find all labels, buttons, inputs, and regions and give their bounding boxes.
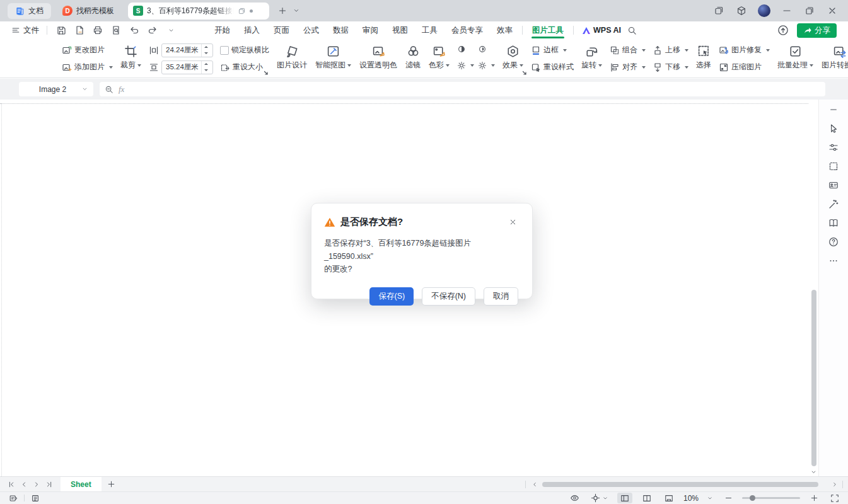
smart-cutout-button[interactable]: 智能抠图 bbox=[313, 43, 353, 71]
minimize-button[interactable] bbox=[777, 3, 796, 19]
group-button[interactable]: 组合 bbox=[608, 43, 647, 57]
tab-list-dropdown[interactable] bbox=[289, 4, 303, 18]
cancel-button[interactable]: 取消 bbox=[484, 287, 518, 306]
normal-view-button[interactable] bbox=[617, 493, 632, 503]
fullscreen-button[interactable] bbox=[828, 493, 842, 503]
tab-overview-button[interactable] bbox=[709, 3, 728, 19]
reading-layout-icon[interactable] bbox=[6, 493, 20, 503]
send-backward-button[interactable]: 下移 bbox=[651, 60, 690, 74]
color-button[interactable]: 色彩 bbox=[427, 43, 451, 71]
export-pdf-button[interactable] bbox=[73, 24, 86, 37]
zoom-in-button[interactable] bbox=[807, 493, 821, 503]
more-options-icon[interactable] bbox=[826, 256, 841, 266]
height-spinner[interactable] bbox=[201, 44, 210, 57]
dont-save-button[interactable]: 不保存(N) bbox=[422, 287, 475, 306]
collapse-sidebar-button[interactable] bbox=[826, 105, 841, 115]
add-picture-button[interactable]: 添加图片 bbox=[61, 60, 114, 74]
search-button[interactable] bbox=[626, 24, 639, 37]
tab-efficiency[interactable]: 效率 bbox=[490, 21, 520, 39]
pointer-tool-icon[interactable] bbox=[826, 123, 841, 134]
last-sheet-button[interactable] bbox=[43, 478, 55, 491]
user-avatar[interactable] bbox=[755, 3, 774, 19]
zoom-out-button[interactable] bbox=[721, 493, 735, 503]
zoom-slider-knob[interactable] bbox=[750, 495, 755, 501]
change-picture-button[interactable]: 更改图片 bbox=[61, 43, 114, 57]
tab-window-icon[interactable] bbox=[238, 7, 246, 15]
horizontal-scrollbar-thumb[interactable] bbox=[542, 482, 818, 487]
vertical-scrollbar-thumb[interactable] bbox=[811, 290, 816, 466]
rotate-button[interactable]: 旋转 bbox=[579, 43, 604, 71]
group-expand-icon[interactable] bbox=[264, 71, 269, 76]
page-break-view-button[interactable] bbox=[661, 493, 677, 503]
tab-data[interactable]: 数据 bbox=[326, 21, 356, 39]
share-button[interactable]: 分享 bbox=[797, 23, 837, 38]
wps-ai-button[interactable]: WPS AI bbox=[576, 26, 626, 35]
zoom-dropdown[interactable] bbox=[706, 493, 714, 503]
scroll-down-arrow[interactable] bbox=[810, 469, 817, 476]
picture-convert-button[interactable]: 图片转换 bbox=[820, 43, 848, 71]
tab-view[interactable]: 视图 bbox=[385, 21, 415, 39]
batch-process-button[interactable]: 批量处理 bbox=[775, 43, 815, 71]
eye-protection-icon[interactable] bbox=[568, 493, 582, 503]
new-tab-button[interactable] bbox=[276, 4, 289, 18]
restore-button[interactable] bbox=[800, 3, 819, 19]
file-menu-button[interactable]: 文件 bbox=[6, 25, 44, 36]
first-sheet-button[interactable] bbox=[5, 478, 18, 491]
width-input[interactable] bbox=[162, 64, 201, 71]
lock-aspect-ratio-checkbox[interactable]: 锁定纵横比 bbox=[219, 43, 270, 57]
zoom-slider[interactable] bbox=[742, 497, 800, 499]
close-window-button[interactable] bbox=[823, 3, 842, 19]
sheet-tab-active[interactable]: Sheet bbox=[61, 477, 102, 491]
group-expand-icon[interactable] bbox=[522, 71, 527, 76]
previous-sheet-button[interactable] bbox=[18, 478, 30, 491]
horizontal-scrollbar[interactable] bbox=[542, 482, 827, 487]
scroll-right-arrow[interactable] bbox=[830, 479, 840, 490]
align-button[interactable]: 对齐 bbox=[608, 60, 647, 74]
redo-button[interactable] bbox=[146, 24, 159, 37]
increase-contrast-button[interactable] bbox=[456, 43, 475, 55]
bring-forward-button[interactable]: 上移 bbox=[651, 43, 690, 57]
tab-formula[interactable]: 公式 bbox=[296, 21, 326, 39]
dialog-close-button[interactable] bbox=[507, 217, 518, 228]
print-button[interactable] bbox=[91, 24, 104, 37]
picture-design-button[interactable]: 图片设计 bbox=[275, 43, 309, 71]
increase-brightness-button[interactable] bbox=[456, 60, 475, 71]
reset-size-button[interactable]: 重设大小 bbox=[219, 60, 270, 74]
tab-member[interactable]: 会员专享 bbox=[444, 21, 490, 39]
tab-review[interactable]: 审阅 bbox=[356, 21, 385, 39]
tab-tools[interactable]: 工具 bbox=[415, 21, 444, 39]
undo-button[interactable] bbox=[128, 24, 141, 37]
select-button[interactable]: 选择 bbox=[694, 43, 713, 71]
scroll-left-arrow[interactable] bbox=[530, 479, 540, 490]
print-preview-button[interactable] bbox=[110, 24, 122, 37]
reference-book-icon[interactable] bbox=[826, 218, 841, 228]
docer-template-tab[interactable]: D 找稻壳模板 bbox=[55, 3, 122, 19]
contact-card-icon[interactable] bbox=[826, 180, 841, 190]
center-view-button[interactable] bbox=[589, 493, 610, 503]
decrease-brightness-button[interactable] bbox=[477, 60, 496, 71]
tab-page[interactable]: 页面 bbox=[267, 21, 296, 39]
effects-button[interactable]: 效果 bbox=[501, 43, 525, 71]
next-sheet-button[interactable] bbox=[30, 478, 43, 491]
quick-access-dropdown[interactable] bbox=[165, 24, 177, 37]
add-sheet-button[interactable] bbox=[104, 478, 119, 491]
border-button[interactable]: 边框 bbox=[530, 43, 575, 57]
set-transparent-button[interactable]: 设置透明色 bbox=[357, 43, 399, 71]
filter-button[interactable]: 滤镜 bbox=[404, 43, 422, 71]
name-box[interactable]: Image 2 bbox=[19, 82, 93, 96]
document-outline-icon[interactable] bbox=[28, 493, 42, 503]
home-tab[interactable]: 文档 bbox=[8, 3, 51, 19]
magic-wand-icon[interactable] bbox=[826, 199, 841, 209]
crop-button[interactable]: 裁剪 bbox=[119, 43, 143, 71]
active-document-tab[interactable]: S 3、百利等16779条超链接图片 bbox=[128, 3, 269, 20]
height-input[interactable] bbox=[162, 47, 201, 54]
selection-frame-icon[interactable] bbox=[826, 161, 841, 171]
tab-insert[interactable]: 插入 bbox=[237, 21, 267, 39]
formula-input[interactable]: fx bbox=[100, 82, 825, 96]
tab-home[interactable]: 开始 bbox=[207, 21, 237, 39]
page-layout-view-button[interactable] bbox=[639, 493, 654, 503]
help-icon[interactable] bbox=[826, 237, 841, 247]
save-button[interactable] bbox=[55, 24, 67, 37]
vertical-scrollbar[interactable] bbox=[810, 100, 818, 476]
width-spinner[interactable] bbox=[201, 61, 210, 74]
